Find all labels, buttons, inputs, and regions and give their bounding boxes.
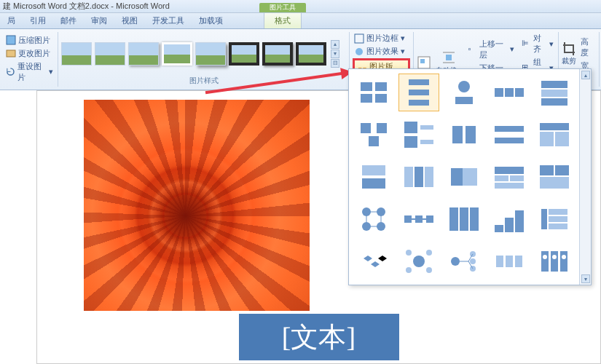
forward-button[interactable]: ▫上移一层 ▾ <box>466 38 516 61</box>
svg-rect-86 <box>515 256 522 267</box>
svg-rect-29 <box>369 136 379 146</box>
gallery-item[interactable] <box>353 158 394 196</box>
gallery-item[interactable] <box>489 242 530 280</box>
svg-rect-89 <box>560 251 567 272</box>
svg-rect-60 <box>415 215 423 223</box>
style-thumb-5[interactable] <box>195 42 226 66</box>
svg-rect-30 <box>404 122 417 133</box>
gallery-item[interactable] <box>534 74 575 111</box>
tab-dev[interactable]: 开发工具 <box>145 13 192 28</box>
gallery-item[interactable] <box>353 116 394 154</box>
svg-rect-39 <box>540 132 554 146</box>
gallery-item[interactable] <box>534 242 575 280</box>
tab-layout[interactable]: 局 <box>0 13 23 28</box>
svg-rect-27 <box>361 123 371 133</box>
svg-rect-24 <box>541 81 567 88</box>
style-thumb-7[interactable] <box>262 42 293 66</box>
svg-point-90 <box>543 255 547 259</box>
gallery-item[interactable] <box>489 200 530 238</box>
context-label: 图片工具 <box>259 3 306 12</box>
gallery-item[interactable] <box>534 116 575 154</box>
style-thumb-2[interactable] <box>95 42 125 66</box>
svg-rect-42 <box>362 178 385 189</box>
svg-rect-23 <box>515 88 524 97</box>
crop-button[interactable]: 裁剪 <box>562 56 576 66</box>
svg-rect-14 <box>361 94 372 103</box>
gallery-item[interactable] <box>534 200 575 238</box>
svg-rect-13 <box>375 82 387 91</box>
svg-rect-43 <box>404 167 413 187</box>
gallery-scroll-up[interactable]: ▴ <box>581 71 590 79</box>
effect-button[interactable]: 图片效果 ▾ <box>353 45 410 58</box>
svg-rect-71 <box>549 223 567 229</box>
gallery-item[interactable] <box>489 158 530 196</box>
height-field[interactable]: 高度 <box>579 36 596 59</box>
tab-reference[interactable]: 引用 <box>23 13 53 28</box>
align-button[interactable]: ⊫对齐 ▾ <box>520 32 555 55</box>
gallery-item[interactable] <box>398 200 439 238</box>
style-thumb-4[interactable] <box>162 42 192 66</box>
position-icon <box>417 55 431 70</box>
gallery-item[interactable] <box>534 158 575 196</box>
tab-format[interactable]: 格式 <box>264 12 302 28</box>
gallery-item[interactable] <box>444 74 484 111</box>
gallery-item-selected[interactable] <box>398 74 439 111</box>
style-scroll-more[interactable]: ⊟ <box>331 59 339 68</box>
svg-rect-70 <box>549 216 567 222</box>
gallery-item[interactable] <box>444 158 484 196</box>
svg-rect-17 <box>409 90 429 95</box>
title-text: 建 Microsoft Word 文档2.docx - Microsoft Wo… <box>3 1 170 12</box>
wrap-icon <box>441 50 456 65</box>
gallery-item[interactable] <box>398 242 439 280</box>
style-scroll-down[interactable]: ▾ <box>331 50 339 58</box>
svg-rect-48 <box>495 167 524 174</box>
gallery-scroll-down[interactable]: ▾ <box>581 274 590 283</box>
svg-point-19 <box>458 81 470 92</box>
change-button[interactable]: 更改图片 <box>4 47 55 60</box>
tab-mail[interactable]: 邮件 <box>53 13 84 28</box>
style-thumb-3[interactable] <box>128 42 159 66</box>
ribbon-tabs: 局 引用 邮件 审阅 视图 开发工具 加载项 图片工具 格式 <box>0 13 601 29</box>
style-thumb-8[interactable] <box>296 42 326 66</box>
tab-addin[interactable]: 加载项 <box>192 13 230 28</box>
gallery-item[interactable] <box>489 74 530 111</box>
svg-rect-21 <box>495 88 503 97</box>
style-thumb-1[interactable] <box>61 42 92 66</box>
style-scroll-up[interactable]: ▴ <box>331 40 339 49</box>
svg-rect-41 <box>362 165 385 175</box>
svg-rect-59 <box>404 215 412 223</box>
svg-rect-40 <box>555 132 569 146</box>
svg-rect-87 <box>541 251 549 272</box>
svg-rect-2 <box>355 34 364 43</box>
tab-review[interactable]: 审阅 <box>84 13 114 28</box>
gallery-item[interactable] <box>353 242 394 280</box>
svg-rect-20 <box>455 97 473 104</box>
svg-rect-31 <box>420 125 433 130</box>
tab-view[interactable]: 视图 <box>114 13 145 28</box>
inserted-picture[interactable] <box>84 100 310 311</box>
svg-rect-38 <box>540 123 569 130</box>
svg-rect-37 <box>495 138 524 143</box>
svg-marker-72 <box>364 256 372 261</box>
svg-rect-32 <box>404 136 417 148</box>
border-button[interactable]: 图片边框 ▾ <box>353 32 410 44</box>
svg-marker-73 <box>371 261 380 267</box>
svg-rect-68 <box>541 209 547 229</box>
gallery-item[interactable] <box>398 158 439 196</box>
gallery-item[interactable] <box>398 116 439 154</box>
svg-point-80 <box>451 257 460 266</box>
svg-rect-16 <box>409 79 429 85</box>
svg-rect-65 <box>495 225 503 232</box>
gallery-item[interactable] <box>444 200 484 238</box>
gallery-item[interactable] <box>353 200 394 238</box>
gallery-item[interactable] <box>353 74 394 111</box>
style-thumb-6[interactable] <box>229 42 259 66</box>
caption-box[interactable]: [文本] <box>239 314 399 360</box>
svg-rect-22 <box>505 88 514 97</box>
reset-button[interactable]: 重设图片 ▾ <box>4 60 55 84</box>
svg-rect-51 <box>495 183 524 189</box>
gallery-item[interactable] <box>444 242 484 280</box>
gallery-item[interactable] <box>444 116 484 154</box>
gallery-item[interactable] <box>489 116 530 154</box>
compress-button[interactable]: 压缩图片 <box>4 34 55 47</box>
